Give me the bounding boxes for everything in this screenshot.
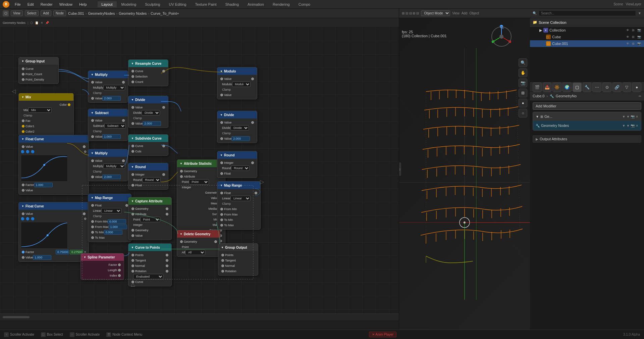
node-round-1[interactable]: ▼ Round Integer RoundRound Float xyxy=(128,163,168,190)
divide1-type[interactable]: Divide xyxy=(142,110,160,115)
node-editor[interactable]: ⬡ View Select Add Node Cube.001 › Geomet… xyxy=(0,9,399,330)
to-min-1[interactable] xyxy=(104,230,122,235)
props-icon-constraints[interactable]: 🔗 xyxy=(612,83,622,92)
node-divide-1[interactable]: ▼ Divide Value DivideDivide Clamp Value xyxy=(128,96,168,128)
node-capture-attribute[interactable]: ▼ Capture Attribute Geometry Attribute P… xyxy=(128,197,172,240)
viewport-icon-shading-wire[interactable]: ○ xyxy=(519,109,527,117)
menu-file[interactable]: File xyxy=(12,2,23,7)
outliner-item-cube[interactable]: ▢ Cube 👁 ⊞ 📷 xyxy=(530,34,644,40)
outliner-item-cube001[interactable]: ▢ Cube.001 👁 ⊞ 📷 xyxy=(530,40,644,47)
node-delete-geometry[interactable]: ▼ Delete Geometry Geometry Point AllAll xyxy=(177,230,220,257)
node-divide-2[interactable]: ▼ Divide Value DivideDivide Clamp Value xyxy=(217,111,257,143)
menu-render[interactable]: Render xyxy=(38,2,55,7)
props-icon-render[interactable]: 🎬 xyxy=(533,83,542,92)
viewport-object[interactable]: Object xyxy=(469,11,479,15)
props-edit-btn[interactable]: ✏ xyxy=(639,94,641,98)
mode-select[interactable]: Object Mode xyxy=(421,10,450,16)
map-range-type-1[interactable]: Linear xyxy=(101,208,121,213)
cube-render[interactable]: 📷 xyxy=(637,35,641,39)
viewport-icon-magnify[interactable]: 🔍 xyxy=(519,58,527,67)
viewport-icon-camera[interactable]: 📷 xyxy=(519,79,527,87)
node-canvas[interactable]: ▼ Group Input Curve Point_Count Point_De… xyxy=(0,28,399,320)
tab-animation[interactable]: Animation xyxy=(244,1,268,7)
node-multiply-1[interactable]: ▼ Multiply Value MultiplyMultiply Clamp … xyxy=(88,70,128,103)
node-round-2[interactable]: ▼ Round Integer RoundRound Float xyxy=(217,151,257,178)
viewport-options[interactable]: View xyxy=(452,11,460,15)
tab-compositing[interactable]: Compo xyxy=(294,1,314,7)
menu-help[interactable]: Help xyxy=(76,2,90,7)
output-attributes-header[interactable]: ▶ Output Attributes xyxy=(533,135,641,143)
cube001-viewport[interactable]: ⊞ xyxy=(631,41,636,46)
props-icon-scene[interactable]: 🔆 xyxy=(552,83,561,92)
props-icon-material[interactable]: ● xyxy=(632,83,641,92)
tab-layout[interactable]: Layout xyxy=(98,1,117,7)
viewport-canvas[interactable]: fps: 25 (180) Collection | Cube.001 Z xyxy=(399,18,530,330)
menu-window[interactable]: Window xyxy=(57,2,75,7)
collection-viewport[interactable]: ⊞ xyxy=(631,28,636,33)
props-icon-object[interactable]: ▢ xyxy=(573,83,582,92)
breadcrumb-curve-to-point[interactable]: Curve_To_Point+ xyxy=(151,11,179,15)
node-map-range-1[interactable]: ▼ Map Range Float LinearLinear Clamp Fro… xyxy=(88,194,131,242)
multiply-type-1[interactable]: Multiply xyxy=(103,85,125,90)
cap-attr-domain[interactable]: Point xyxy=(140,217,160,222)
from-min-1[interactable] xyxy=(108,219,126,224)
divide2-type[interactable]: Divide xyxy=(230,125,249,131)
multiply1-value[interactable] xyxy=(102,96,121,101)
node-resample-curve[interactable]: ▼ Resample Curve Curve Selection Count xyxy=(128,59,168,86)
as-domain[interactable]: Point xyxy=(189,179,209,185)
mr2-type[interactable]: Linear xyxy=(230,196,251,201)
node-curve-to-points[interactable]: ▼ Curve to Points Points Tangent Normal … xyxy=(128,243,172,286)
modulo-type[interactable]: Modulo xyxy=(232,82,251,87)
cube001-render[interactable]: 📷 xyxy=(637,41,641,46)
round1-type[interactable]: Round xyxy=(142,177,161,183)
dg-mode[interactable]: All xyxy=(185,250,205,255)
collection-render[interactable]: 📷 xyxy=(637,28,641,33)
viewport-icon-grid[interactable]: ⊞ xyxy=(519,89,527,97)
from-max-1[interactable] xyxy=(109,225,127,229)
add-menu[interactable]: Add xyxy=(41,10,51,16)
props-icon-physics[interactable]: ⊙ xyxy=(602,83,611,92)
props-icon-modifiers[interactable]: 🔧 xyxy=(583,83,592,92)
cube001-visibility[interactable]: 👁 xyxy=(625,41,630,46)
cube-visibility[interactable]: 👁 xyxy=(625,35,630,39)
node-menu[interactable]: Node xyxy=(53,10,66,16)
tab-texture-paint[interactable]: Texture Paint xyxy=(191,1,220,7)
breadcrumb-cube001[interactable]: Cube.001 xyxy=(68,11,84,15)
multiply-type-2[interactable]: Multiply xyxy=(103,163,125,169)
node-spline-parameter[interactable]: ▼ Spline Parameter Factor Length Index xyxy=(80,253,124,280)
tab-uv-editing[interactable]: UV Editing xyxy=(165,1,190,7)
ctp-mode[interactable]: Evaluated xyxy=(133,274,163,279)
viewport-icon-hand[interactable]: ✋ xyxy=(519,68,527,77)
nav-left[interactable]: ◁ xyxy=(12,88,16,94)
factor-input-2[interactable] xyxy=(33,255,51,260)
add-modifier-btn[interactable]: Add Modifier xyxy=(533,102,641,110)
node-float-curve-1[interactable]: ▼ Float Curve Value 🔵🔵🔵⚙ Factor xyxy=(18,135,89,195)
panel-collapse-handle[interactable]: ◁ xyxy=(399,162,401,176)
breadcrumb-geometry-nodes[interactable]: Geometry Nodes xyxy=(119,11,147,15)
round2-type[interactable]: Round xyxy=(231,165,250,171)
props-icon-data[interactable]: ▽ xyxy=(623,83,632,92)
viewport-icon-shading-solid[interactable]: ● xyxy=(519,99,527,107)
select-menu[interactable]: Select xyxy=(25,10,39,16)
divide2-val[interactable] xyxy=(231,136,250,141)
collection-visibility[interactable]: 👁 xyxy=(625,28,630,33)
tab-rendering[interactable]: Rendering xyxy=(269,1,294,7)
factor-input-1[interactable] xyxy=(34,183,53,187)
multiply2-value[interactable] xyxy=(102,175,121,179)
node-float-curve-2[interactable]: ▼ Float Curve Value 🔵🔵🔵⚙ xyxy=(18,202,89,262)
node-multiply-2[interactable]: ▼ Multiply Value MultiplyMultiply Clamp … xyxy=(88,149,128,181)
outliner-item-collection[interactable]: ▶ ▼ Collection 👁 ⊞ 📷 xyxy=(530,27,644,34)
outliner-search[interactable] xyxy=(539,10,636,16)
node-subdivide-curve[interactable]: ▼ Subdivide Curve Curve Cuts xyxy=(128,134,168,156)
node-modulo[interactable]: ▼ Modulo Value ModuloModulo Clamp Value xyxy=(217,67,257,99)
gizmo[interactable]: Z xyxy=(490,25,513,48)
h-scrollbar[interactable] xyxy=(3,316,30,318)
tab-shading[interactable]: Shading xyxy=(221,1,243,7)
mix-type-select[interactable]: Mix xyxy=(28,107,52,113)
node-subtract[interactable]: ▼ Subtract Value SubtractSubtract Clamp … xyxy=(88,109,128,141)
props-icon-output[interactable]: 📤 xyxy=(543,83,552,92)
nav-bottom[interactable]: △ xyxy=(131,281,135,287)
node-editor-scrollbar[interactable] xyxy=(0,313,399,320)
divide1-val[interactable] xyxy=(143,121,161,126)
props-icon-particles[interactable]: ⋯ xyxy=(592,83,601,92)
